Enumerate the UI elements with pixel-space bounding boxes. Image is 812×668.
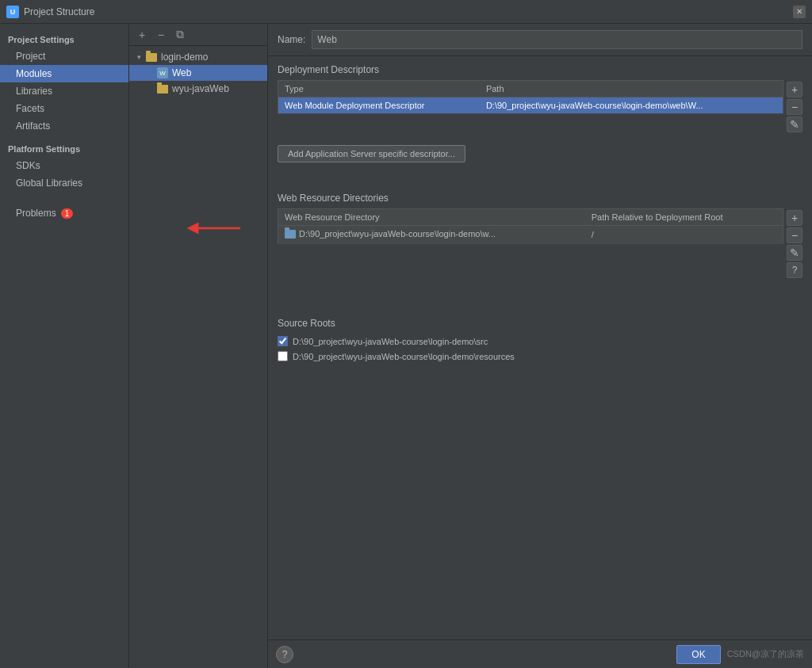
table-row[interactable]: Web Module Deployment Descriptor D:\90_p…: [278, 97, 783, 114]
tree-node-label: wyu-javaWeb: [172, 83, 229, 94]
name-row: Name:: [268, 24, 812, 56]
folder-icon: [156, 82, 169, 95]
sidebar-item-global-libraries[interactable]: Global Libraries: [0, 174, 128, 192]
dd-side-buttons: + − ✎: [783, 80, 802, 132]
source-root-path-1: D:\90_project\wyu-javaWeb-course\login-d…: [293, 352, 515, 361]
web-resource-dirs-title: Web Resource Directories: [278, 193, 802, 204]
source-root-checkbox-1[interactable]: [278, 351, 288, 361]
table-row[interactable]: D:\90_project\wyu-javaWeb-course\login-d…: [278, 226, 783, 244]
dd-col-type: Type: [278, 81, 480, 97]
web-resource-dirs-section: Web Resource Directories Web Resource Di…: [268, 185, 812, 278]
expand-arrow-icon: ▾: [134, 52, 144, 62]
tree-node-wyu-javaweb[interactable]: wyu-javaWeb: [129, 81, 267, 97]
problems-badge: 1: [61, 208, 74, 219]
folder-icon: [145, 51, 158, 63]
project-settings-title: Project Settings: [0, 30, 128, 48]
sidebar-item-project[interactable]: Project: [0, 48, 128, 65]
source-root-row-1: D:\90_project\wyu-javaWeb-course\login-d…: [278, 349, 802, 364]
wrd-side-buttons: + − ✎ ?: [783, 208, 802, 278]
tree-node-login-demo[interactable]: ▾ login-demo: [129, 49, 267, 65]
scrollable-content[interactable]: Deployment Descriptors Type Path: [268, 56, 812, 639]
title-bar: U Project Structure ✕: [0, 0, 812, 24]
dd-edit-button[interactable]: ✎: [787, 116, 802, 132]
source-root-path-0: D:\90_project\wyu-javaWeb-course\login-d…: [293, 337, 488, 346]
dd-table-wrapper: Type Path Web Module Deployment Descript…: [278, 80, 783, 114]
add-descriptor-button[interactable]: Add Application Server specific descript…: [278, 145, 465, 162]
wrd-col-directory: Web Resource Directory: [278, 209, 585, 226]
wrd-help-button[interactable]: ?: [787, 262, 802, 278]
source-roots-section: Source Roots D:\90_project\wyu-javaWeb-c…: [268, 310, 812, 372]
sidebar-item-libraries[interactable]: Libraries: [0, 82, 128, 100]
tree-content: ▾ login-demo W Web wyu-javaW: [129, 46, 267, 668]
wrd-path-cell: /: [585, 226, 783, 244]
copy-module-button[interactable]: ⧉: [172, 27, 188, 43]
window-title: Project Structure: [24, 6, 793, 17]
name-input[interactable]: [312, 30, 802, 49]
wrd-add-button[interactable]: +: [787, 210, 802, 226]
tree-node-web[interactable]: W Web: [129, 65, 267, 81]
dd-path-cell: D:\90_project\wyu-javaWeb-course\login-d…: [480, 97, 783, 114]
tree-panel: + − ⧉ ▾ login-demo W: [129, 24, 268, 668]
wrd-table-outer: Web Resource Directory Path Relative to …: [278, 208, 802, 278]
problems-label: Problems: [16, 208, 56, 219]
wrd-edit-button[interactable]: ✎: [787, 245, 802, 261]
wrd-table: Web Resource Directory Path Relative to …: [278, 208, 783, 244]
deployment-descriptors-title: Deployment Descriptors: [278, 64, 802, 75]
bottom-bar: ? OK CSDN@凉了的凉茶: [268, 639, 812, 668]
ok-button[interactable]: OK: [676, 645, 720, 664]
source-root-row-0: D:\90_project\wyu-javaWeb-course\login-d…: [278, 334, 802, 349]
add-module-button[interactable]: +: [134, 27, 150, 43]
tree-node-label: Web: [172, 67, 191, 78]
wrd-remove-button[interactable]: −: [787, 227, 802, 243]
source-roots-title: Source Roots: [278, 318, 802, 329]
expand-arrow-icon: [145, 84, 155, 94]
wrd-col-path: Path Relative to Deployment Root: [585, 209, 783, 226]
source-root-checkbox-0[interactable]: [278, 336, 288, 346]
sidebar-item-facets[interactable]: Facets: [0, 100, 128, 117]
sidebar-item-modules[interactable]: Modules: [0, 65, 128, 82]
tree-node-label: login-demo: [161, 52, 208, 63]
bottom-right: OK CSDN@凉了的凉茶: [676, 645, 804, 664]
app-icon: U: [6, 6, 19, 18]
wrd-table-wrapper: Web Resource Directory Path Relative to …: [278, 208, 783, 244]
dd-add-button[interactable]: +: [787, 82, 802, 97]
remove-module-button[interactable]: −: [153, 27, 169, 43]
dd-table-outer: Type Path Web Module Deployment Descript…: [278, 80, 802, 132]
window-controls: ✕: [793, 6, 806, 18]
main-layout: Project Settings Project Modules Librari…: [0, 24, 812, 668]
web-module-icon: W: [156, 67, 169, 79]
sidebar: Project Settings Project Modules Librari…: [0, 24, 129, 668]
deployment-descriptors-section: Deployment Descriptors Type Path: [268, 56, 812, 175]
wrd-dir-cell: D:\90_project\wyu-javaWeb-course\login-d…: [278, 226, 585, 244]
help-button[interactable]: ?: [276, 646, 293, 663]
close-button[interactable]: ✕: [793, 6, 806, 18]
expand-arrow-icon: [145, 68, 155, 78]
dd-col-path: Path: [480, 81, 783, 97]
dir-icon: [285, 230, 296, 239]
tree-toolbar: + − ⧉: [129, 24, 267, 46]
watermark: CSDN@凉了的凉茶: [727, 648, 804, 660]
name-label: Name:: [278, 34, 305, 45]
sidebar-item-artifacts[interactable]: Artifacts: [0, 117, 128, 135]
dd-table: Type Path Web Module Deployment Descript…: [278, 80, 783, 114]
dd-remove-button[interactable]: −: [787, 99, 802, 115]
dd-type-cell: Web Module Deployment Descriptor: [278, 97, 480, 114]
platform-settings-title: Platform Settings: [0, 135, 128, 157]
sidebar-item-problems[interactable]: Problems 1: [0, 204, 128, 222]
content-panel: Name: Deployment Descriptors Type Path: [268, 24, 812, 668]
sidebar-item-sdks[interactable]: SDKs: [0, 157, 128, 174]
